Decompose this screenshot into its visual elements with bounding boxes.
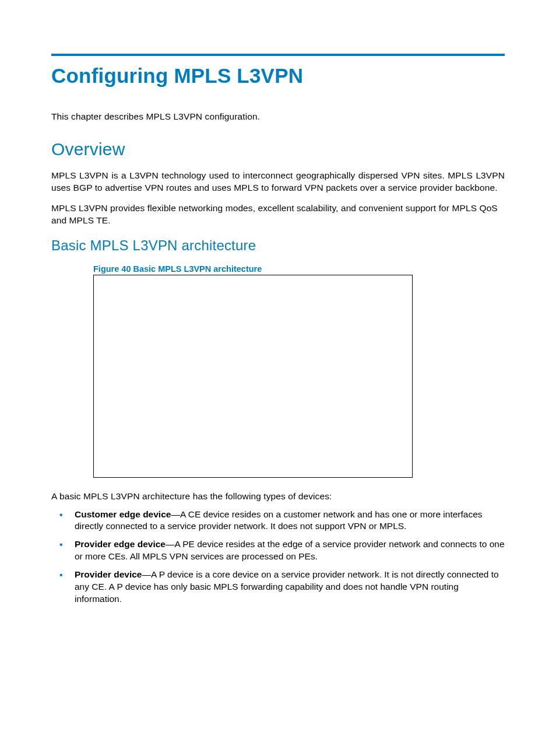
page: Configuring MPLS L3VPN This chapter desc…	[0, 54, 556, 756]
figure-caption: Figure 40 Basic MPLS L3VPN architecture	[93, 264, 505, 274]
figure-block: Figure 40 Basic MPLS L3VPN architecture	[93, 264, 505, 478]
term: Provider edge device	[75, 539, 166, 549]
top-rule	[51, 54, 505, 56]
architecture-heading: Basic MPLS L3VPN architecture	[51, 237, 505, 254]
term: Customer edge device	[75, 509, 171, 519]
chapter-title: Configuring MPLS L3VPN	[51, 64, 505, 88]
term: Provider device	[75, 569, 142, 579]
list-item: Customer edge device—A CE device resides…	[51, 509, 505, 533]
device-list: Customer edge device—A CE device resides…	[51, 509, 505, 606]
devices-intro: A basic MPLS L3VPN architecture has the …	[51, 491, 505, 503]
overview-paragraph-2: MPLS L3VPN provides flexible networking …	[51, 202, 505, 227]
list-item: Provider edge device—A PE device resides…	[51, 538, 505, 563]
intro-paragraph: This chapter describes MPLS L3VPN config…	[51, 111, 505, 123]
figure-placeholder	[93, 275, 413, 478]
overview-paragraph-1: MPLS L3VPN is a L3VPN technology used to…	[51, 170, 505, 194]
overview-heading: Overview	[51, 139, 505, 159]
list-item: Provider device—A P device is a core dev…	[51, 569, 505, 606]
